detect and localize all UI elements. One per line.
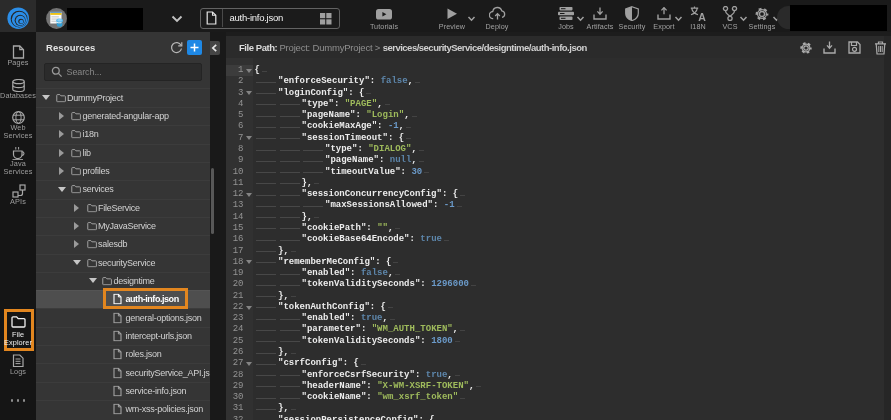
svg-text:A: A (698, 10, 706, 21)
